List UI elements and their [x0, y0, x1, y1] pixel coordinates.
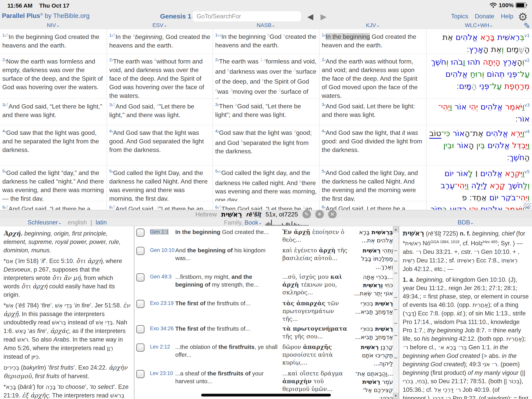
verse-4-wlc[interactable]: v4וַיַּרְא אֱלֹהִים אֶת־הָאוֹר כִּי־טוֹב… — [426, 125, 532, 165]
verse-5-wlc[interactable]: v5וַיִּקְרָא אֱלֹהִים ׀ לָאוֹר יוֹם וְלַ… — [426, 165, 532, 201]
verse-2-wlc[interactable]: v2וְהָאָרֶץ הָיְתָה תֹהוּ וָבֹהוּ וְחֹשֶ… — [426, 54, 532, 99]
schleusner-dropdown[interactable]: Schleusner⌄ — [28, 219, 62, 226]
latin-toggle[interactable]: latin — [96, 219, 107, 226]
row-checkbox[interactable] — [136, 273, 145, 282]
scroll-up-icon[interactable]: ▲ — [393, 226, 399, 232]
verse-5-kjv[interactable]: 5vAnd God called the light Day, and the … — [319, 165, 426, 201]
verse-3-niv[interactable]: 3v¶And God said, “Let there be light,” a… — [0, 99, 107, 125]
verse-5-esv[interactable]: 5vGod called the light Day, and the dark… — [107, 165, 213, 201]
verse-4-niv[interactable]: 4vGod saw that the light was good, and h… — [0, 125, 107, 165]
concordance-row[interactable]: Lev 2:12...the oblation of the firstfrui… — [136, 343, 393, 368]
text-segment: v5 — [524, 169, 530, 174]
forward-button[interactable]: ▶ — [321, 12, 327, 21]
text-segment: v — [5, 170, 6, 173]
word-settings-button[interactable]: ✳ — [315, 210, 324, 219]
version-dropdown-niv[interactable]: NIV⌄ — [24, 22, 82, 28]
row-checkbox[interactable] — [136, 247, 145, 255]
text-segment: בָּרָא — [478, 32, 495, 42]
english-toggle[interactable]: english — [68, 219, 87, 226]
verse-reference-link[interactable]: Lev 23:10 — [150, 370, 172, 399]
verse-2-esv[interactable]: 2vThe earth was bwithout form and void, … — [107, 54, 213, 99]
concordance-row[interactable]: Exo 23:19The first of the firstfruits of… — [136, 299, 393, 323]
verse-1-wlc[interactable]: v1בְּרֵאשִׁית בָּרָא אֱלֹהִים אֵת הַשָּׁ… — [426, 29, 532, 54]
verse-reference-link[interactable]: Exo 34:26 — [150, 325, 172, 341]
text-segment: יִּקְרָא — [502, 169, 522, 178]
verse-2-kjv[interactable]: 2vAnd the earth was without form, and vo… — [319, 54, 426, 99]
text-segment: ’im — [17, 257, 25, 264]
version-dropdown-wlc+wh[interactable]: WLC+WH⌄ — [450, 22, 508, 28]
verse-4-nasb[interactable]: 4vGod saw that the light was agood; and … — [213, 125, 319, 165]
concordance-row[interactable]: Gen 1:1In the beginning God created the.… — [136, 228, 393, 245]
verse-3-kjv[interactable]: 3vAnd God said, Let there be light: and … — [319, 99, 426, 125]
row-checkbox[interactable] — [136, 229, 145, 237]
verse-3-wlc[interactable]: v3וַיֹּאמֶר אֱלֹהִים יְהִי אוֹר וַיְהִי־… — [426, 99, 532, 125]
family-label[interactable]: Family, — [224, 219, 243, 226]
word-close-button[interactable]: ✕ — [328, 210, 337, 219]
word-edit-button[interactable]: ✎ — [302, 210, 311, 219]
text-segment: 5 — [109, 169, 112, 174]
concordance-row[interactable]: Gen 49:3...firstborn, my might, and the … — [136, 273, 393, 297]
text-segment: God called the light day, and the darkne… — [215, 169, 310, 187]
book-reference-dropdown[interactable]: Genesis 1⌄ — [160, 13, 195, 20]
verse-4-kjv[interactable]: 4vAnd God saw the light, that it was goo… — [319, 125, 426, 165]
text-segment: חֹשֶׁךְ — [505, 181, 523, 190]
verse-3-esv[interactable]: 3v¶And God said, c"Let there be light," … — [107, 99, 213, 125]
text-segment: בְּכִירִים — [4, 364, 19, 371]
concordance-scrollbar[interactable]: ▲ ▼ — [393, 226, 399, 399]
text-segment: 1. a — [403, 276, 413, 283]
topics-link[interactable]: Topics — [451, 13, 468, 20]
version-dropdown-nasb[interactable]: NASB⌄ — [237, 22, 295, 28]
verse-reference-link[interactable]: Gen 10:10 — [150, 246, 172, 271]
home-indicator[interactable] — [201, 394, 331, 396]
verse-1-kjv[interactable]: 1vIn the beginning God created the heave… — [319, 29, 426, 54]
text-segment: Now the earth was formless and empty, da… — [2, 58, 103, 90]
back-button[interactable]: ◀ — [307, 12, 313, 21]
search-input[interactable]: GoTo/SearchFor — [193, 11, 301, 21]
verse-5-nasb[interactable]: 5vaGod called the light day, and the dar… — [213, 165, 319, 201]
verse-reference-link[interactable]: Gen 49:3 — [150, 273, 172, 297]
verse-5-niv[interactable]: 5vGod called the light “day,” and the da… — [0, 165, 107, 201]
donate-link[interactable]: Donate — [475, 13, 494, 20]
row-checkbox[interactable] — [136, 300, 145, 308]
hebrew-preview: רֵאשִׁית בִּכּוּרֵי אַדְמָתְךָ תָּבִיא..… — [354, 325, 393, 341]
verse-2-nasb[interactable]: 2vThe earth was 1 aformless and void, an… — [213, 54, 319, 99]
text-segment: אוֹר — [454, 169, 468, 178]
book-dropdown[interactable]: Book⌄ — [245, 219, 262, 226]
text-segment: ‘ — [56, 383, 59, 390]
row-checkbox[interactable] — [136, 325, 145, 333]
verse-1-esv[interactable]: 1v¶In the abeginning, God created the he… — [107, 29, 213, 54]
verse-reference-link[interactable]: Exo 23:19 — [150, 299, 172, 323]
verse-reference-link[interactable]: Gen 1:1 — [150, 228, 172, 245]
verse-3-nasb[interactable]: 3vThen aGod said, “Let there be light”; … — [213, 99, 319, 125]
row-checkbox[interactable] — [136, 343, 145, 352]
verse-6-esv[interactable]: 6v¶And God said, d"Let there be an expan… — [107, 201, 213, 210]
concordance-row[interactable]: Gen 10:10And the beginning of his kingdo… — [136, 246, 393, 271]
verse-6-wlc[interactable]: v6וַיֹּאמֶר אֱלֹהִים יְהִי רָקִיעַ בְּתו… — [426, 201, 532, 210]
text-segment: , where — [102, 257, 122, 264]
version-dropdown-esv[interactable]: ESV⌄ — [131, 22, 189, 28]
text-segment: ), so Deu 21:17; 78:51. (both || — [425, 378, 509, 385]
text-segment: moving over the — [233, 88, 279, 95]
verse-6-kjv[interactable]: 6vAnd God said, Let there be a firmament… — [319, 201, 426, 210]
version-dropdown-kjv[interactable]: KJV⌄ — [344, 22, 402, 28]
help-link[interactable]: Help — [501, 13, 513, 20]
verse-reference-link[interactable]: Lev 2:12 — [150, 343, 172, 368]
scroll-down-icon[interactable]: ▼ — [393, 393, 399, 399]
resize-handle-icon[interactable] — [523, 203, 531, 209]
text-segment: Job 42:12., etc.; — — [403, 265, 453, 272]
text-segment: בְּרֹאשׁ — [52, 319, 66, 326]
text-segment: וּ — [452, 141, 454, 150]
verse-1-nasb[interactable]: 1vaIn the beginning bGod ccreated the he… — [213, 29, 319, 54]
row-checkbox[interactable] — [136, 370, 145, 378]
text-segment: 1 — [322, 32, 324, 37]
verse-6-nasb[interactable]: 6v¶Then God said, “Let there be 1an aexp… — [213, 201, 319, 210]
text-segment: good: and God divided the light from the… — [322, 138, 422, 153]
verse-6-niv[interactable]: 6v¶And God said, “Let there be a vault b… — [0, 201, 107, 210]
bdb-dropdown[interactable]: BDB⌄ — [399, 219, 532, 226]
verse-1-niv[interactable]: 1v¶In the beginning God created the heav… — [0, 29, 107, 54]
verse-2-niv[interactable]: 2vNow the earth was formless and empty, … — [0, 54, 107, 99]
text-segment: 2 — [322, 57, 324, 62]
verse-4-esv[interactable]: 4vAnd God saw that the light was good. A… — [107, 125, 213, 165]
concordance-row[interactable]: Exo 34:26The first of the firstfruits of… — [136, 325, 393, 341]
histogram-bar — [274, 225, 275, 225]
